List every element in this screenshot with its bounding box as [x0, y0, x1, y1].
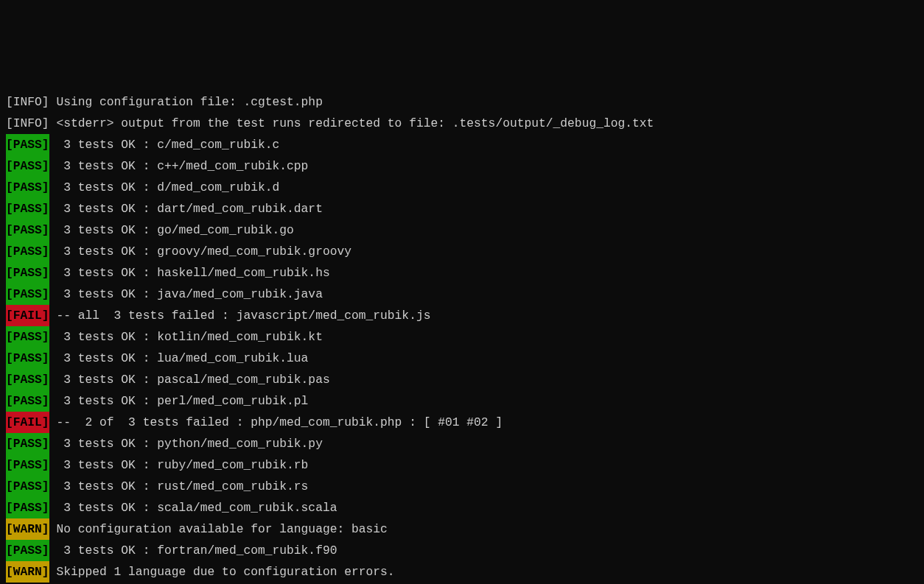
log-line: [FAIL] -- all 3 tests failed : javascrip… [6, 305, 918, 326]
pass-tag: [PASS] [6, 497, 49, 518]
log-line: [PASS] 3 tests OK : d/med_com_rubik.d [6, 177, 918, 198]
log-line: [PASS] 3 tests OK : fortran/med_com_rubi… [6, 540, 918, 561]
log-text: <stderr> output from the test runs redir… [49, 113, 654, 134]
log-line: [PASS] 3 tests OK : go/med_com_rubik.go [6, 219, 918, 241]
info-tag: [INFO] [6, 91, 49, 113]
log-line: [WARN] Skipped 1 language due to configu… [6, 561, 918, 583]
warn-tag: [WARN] [6, 518, 49, 540]
pass-tag: [PASS] [6, 433, 49, 454]
terminal-output: [INFO] Using configuration file: .cgtest… [6, 91, 918, 584]
pass-tag: [PASS] [6, 241, 49, 262]
log-line: [PASS] 3 tests OK : java/med_com_rubik.j… [6, 284, 918, 305]
log-text: 3 tests OK : dart/med_com_rubik.dart [49, 198, 323, 219]
log-line: [FAIL] -- 2 of 3 tests failed : php/med_… [6, 412, 918, 433]
log-text: Skipped 1 language due to configuration … [49, 561, 395, 583]
log-line: [WARN] No configuration available for la… [6, 518, 918, 540]
pass-tag: [PASS] [6, 177, 49, 198]
log-text: No configuration available for language:… [49, 518, 388, 540]
log-text: 3 tests OK : haskell/med_com_rubik.hs [49, 262, 330, 284]
log-line: [PASS] 3 tests OK : kotlin/med_com_rubik… [6, 326, 918, 348]
pass-tag: [PASS] [6, 219, 49, 241]
fail-tag: [FAIL] [6, 412, 49, 433]
log-line: [PASS] 3 tests OK : perl/med_com_rubik.p… [6, 390, 918, 412]
log-text: 3 tests OK : c/med_com_rubik.c [49, 134, 280, 155]
pass-tag: [PASS] [6, 540, 49, 561]
log-line: [PASS] 3 tests OK : c++/med_com_rubik.cp… [6, 155, 918, 177]
log-line: [PASS] 3 tests OK : dart/med_com_rubik.d… [6, 198, 918, 219]
log-text: 3 tests OK : go/med_com_rubik.go [49, 219, 294, 241]
pass-tag: [PASS] [6, 476, 49, 497]
log-text: Using configuration file: .cgtest.php [49, 91, 323, 113]
log-text: 3 tests OK : pascal/med_com_rubik.pas [49, 369, 330, 390]
log-line: [PASS] 3 tests OK : rust/med_com_rubik.r… [6, 476, 918, 497]
log-text: 3 tests OK : rust/med_com_rubik.rs [49, 476, 309, 497]
log-text: 3 tests OK : kotlin/med_com_rubik.kt [49, 326, 323, 348]
warn-tag: [WARN] [6, 561, 49, 583]
log-text: 3 tests OK : groovy/med_com_rubik.groovy [49, 241, 351, 262]
pass-tag: [PASS] [6, 155, 49, 177]
log-line: [INFO] Using configuration file: .cgtest… [6, 91, 918, 113]
log-line: [PASS] 3 tests OK : lua/med_com_rubik.lu… [6, 348, 918, 369]
log-text: 3 tests OK : fortran/med_com_rubik.f90 [49, 540, 337, 561]
log-text: 3 tests OK : java/med_com_rubik.java [49, 284, 323, 305]
pass-tag: [PASS] [6, 390, 49, 412]
log-text: 3 tests OK : c++/med_com_rubik.cpp [49, 155, 309, 177]
log-line: [PASS] 3 tests OK : python/med_com_rubik… [6, 433, 918, 454]
pass-tag: [PASS] [6, 326, 49, 348]
log-text: -- all 3 tests failed : javascript/med_c… [49, 305, 431, 326]
log-text: 3 tests OK : ruby/med_com_rubik.rb [49, 454, 309, 476]
log-line: [PASS] 3 tests OK : haskell/med_com_rubi… [6, 262, 918, 284]
pass-tag: [PASS] [6, 198, 49, 219]
log-line: [PASS] 3 tests OK : pascal/med_com_rubik… [6, 369, 918, 390]
log-line: [PASS] 3 tests OK : scala/med_com_rubik.… [6, 497, 918, 518]
pass-tag: [PASS] [6, 134, 49, 155]
log-line: [PASS] 3 tests OK : groovy/med_com_rubik… [6, 241, 918, 262]
pass-tag: [PASS] [6, 454, 49, 476]
log-text: 3 tests OK : perl/med_com_rubik.pl [49, 390, 309, 412]
info-tag: [INFO] [6, 113, 49, 134]
fail-tag: [FAIL] [6, 305, 49, 326]
pass-tag: [PASS] [6, 262, 49, 284]
log-line: [PASS] 3 tests OK : ruby/med_com_rubik.r… [6, 454, 918, 476]
log-line: [PASS] 3 tests OK : c/med_com_rubik.c [6, 134, 918, 155]
log-text: 3 tests OK : python/med_com_rubik.py [49, 433, 323, 454]
pass-tag: [PASS] [6, 284, 49, 305]
log-text: -- 2 of 3 tests failed : php/med_com_rub… [49, 412, 503, 433]
log-text: 3 tests OK : scala/med_com_rubik.scala [49, 497, 337, 518]
pass-tag: [PASS] [6, 348, 49, 369]
log-line: [INFO] <stderr> output from the test run… [6, 113, 918, 134]
pass-tag: [PASS] [6, 369, 49, 390]
log-text: 3 tests OK : d/med_com_rubik.d [49, 177, 280, 198]
log-text: 3 tests OK : lua/med_com_rubik.lua [49, 348, 309, 369]
